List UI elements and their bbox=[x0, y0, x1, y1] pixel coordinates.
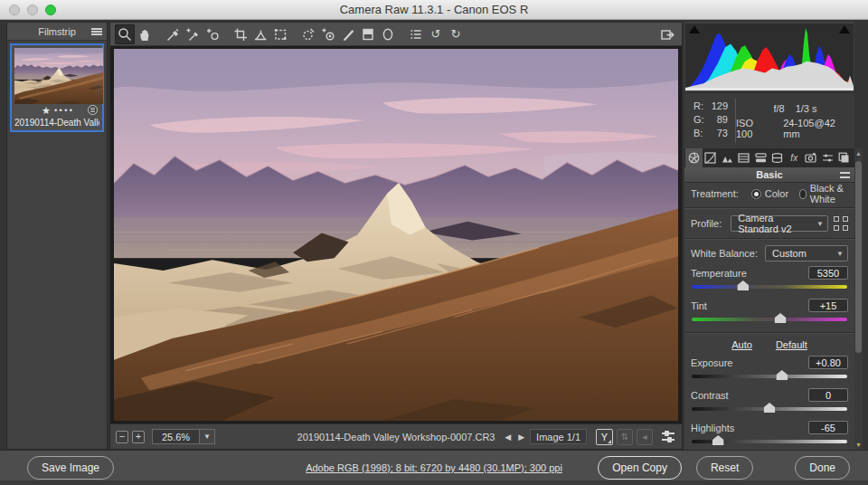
chevron-down-icon[interactable]: ▼ bbox=[199, 429, 215, 444]
iso-value: ISO 100 bbox=[736, 118, 772, 139]
basic-panel-header: Basic bbox=[684, 167, 854, 183]
zoom-in-button[interactable]: + bbox=[132, 431, 145, 443]
adjustment-brush-tool-icon[interactable] bbox=[338, 24, 358, 44]
targeted-adjustment-tool-icon[interactable] bbox=[203, 24, 222, 44]
zoom-window-icon[interactable] bbox=[45, 5, 56, 15]
camera-raw-window: Camera Raw 11.3.1 - Canon EOS R Filmstri… bbox=[0, 0, 868, 485]
white-balance-select[interactable]: Custom▼ bbox=[765, 245, 848, 262]
next-image-button[interactable]: ▶ bbox=[516, 433, 526, 442]
done-button[interactable]: Done bbox=[795, 456, 850, 480]
slider-value-field[interactable]: +15 bbox=[808, 299, 848, 312]
tint-slider: Tint +15 bbox=[684, 297, 854, 329]
zoom-tool-icon[interactable] bbox=[115, 24, 135, 44]
tab-lens-corrections[interactable] bbox=[769, 148, 787, 167]
tab-detail[interactable] bbox=[719, 148, 736, 167]
tab-split-toning[interactable] bbox=[752, 148, 769, 167]
profile-label: Profile: bbox=[691, 218, 722, 229]
profile-select[interactable]: Camera Standard v2▼ bbox=[731, 215, 828, 232]
white-balance-tool-icon[interactable] bbox=[163, 24, 183, 44]
previous-image-button[interactable]: ◀ bbox=[503, 433, 513, 442]
slider-track[interactable] bbox=[692, 440, 847, 443]
rgb-blue-row: B:73 bbox=[693, 127, 728, 140]
slider-track[interactable] bbox=[692, 375, 847, 378]
slider-thumb[interactable] bbox=[712, 435, 724, 445]
highlights-slider: Highlights -65 bbox=[684, 419, 854, 450]
slider-value-field[interactable]: +0.80 bbox=[808, 356, 848, 369]
spot-removal-tool-icon[interactable] bbox=[298, 24, 318, 44]
slider-track[interactable] bbox=[692, 285, 847, 289]
thumbnail-image[interactable] bbox=[14, 48, 103, 104]
image-canvas[interactable] bbox=[110, 46, 682, 423]
straighten-tool-icon[interactable] bbox=[250, 24, 270, 44]
treatment-color-radio[interactable]: Color bbox=[751, 188, 788, 199]
exif-info: f/81/3 s ISO 10024-105@42 mm bbox=[736, 93, 854, 148]
zoom-out-button[interactable]: − bbox=[116, 431, 128, 443]
profile-row: Profile: Camera Standard v2▼ bbox=[684, 212, 854, 235]
hand-tool-icon[interactable] bbox=[135, 24, 155, 44]
slider-value-field[interactable]: 5350 bbox=[808, 266, 848, 280]
radio-off-icon[interactable] bbox=[799, 189, 807, 199]
tab-snapshots[interactable] bbox=[836, 148, 854, 167]
profile-browser-icon[interactable] bbox=[834, 216, 848, 231]
tab-basic[interactable] bbox=[685, 148, 703, 167]
title-bar[interactable]: Camera Raw 11.3.1 - Canon EOS R bbox=[0, 0, 868, 20]
crop-tool-icon[interactable] bbox=[231, 24, 250, 44]
slider-label: Tint bbox=[691, 300, 707, 311]
fullscreen-toggle-icon[interactable] bbox=[657, 24, 677, 44]
radial-filter-tool-icon[interactable] bbox=[378, 24, 398, 44]
treatment-row: Treatment: Color Black & White bbox=[684, 183, 854, 204]
panel-menu-icon[interactable] bbox=[840, 172, 850, 178]
red-eye-tool-icon[interactable] bbox=[318, 24, 338, 44]
color-sampler-tool-icon[interactable] bbox=[183, 24, 203, 44]
scroll-down-icon[interactable]: ▼ bbox=[854, 442, 863, 448]
image-info-area: R:129 G:89 B:73 f/81/3 s ISO 10024-105@4… bbox=[684, 92, 854, 148]
preview-photo[interactable] bbox=[114, 49, 678, 421]
tab-hsl-adjustments[interactable] bbox=[736, 148, 753, 167]
filmstrip-thumbnail[interactable]: ★ • • • • 20190114-Death Valle... bbox=[10, 43, 104, 132]
main-area: ↺ ↻ − + 25.6% ▼ 20190114-Death Valley Wo… bbox=[109, 22, 683, 450]
filmstrip-menu-icon[interactable] bbox=[91, 28, 102, 35]
slider-label: Contrast bbox=[691, 390, 729, 401]
transform-tool-icon[interactable] bbox=[270, 24, 290, 44]
zoom-level-select[interactable]: 25.6% ▼ bbox=[152, 429, 215, 444]
rotate-left-icon[interactable]: ↺ bbox=[426, 24, 446, 44]
scrollbar-thumb[interactable] bbox=[855, 161, 862, 353]
preferences-icon[interactable] bbox=[406, 24, 426, 44]
rgb-green-row: G:89 bbox=[693, 113, 728, 127]
zoom-level-value[interactable]: 25.6% bbox=[152, 429, 199, 444]
before-after-toggle-button[interactable]: Y bbox=[596, 429, 613, 445]
slider-thumb[interactable] bbox=[764, 403, 776, 413]
histogram[interactable] bbox=[685, 24, 854, 90]
slider-thumb[interactable] bbox=[737, 281, 749, 290]
treatment-bw-radio[interactable]: Black & White bbox=[799, 183, 848, 204]
panel-scrollbar[interactable]: ▲ ▼ bbox=[854, 148, 863, 450]
star-icon[interactable]: ★ bbox=[42, 105, 51, 117]
slider-value-field[interactable]: 0 bbox=[808, 388, 848, 402]
minimize-window-icon bbox=[27, 5, 38, 15]
chevron-down-icon: ▼ bbox=[811, 220, 824, 228]
tab-tone-curve[interactable] bbox=[703, 148, 720, 167]
default-link[interactable]: Default bbox=[776, 339, 807, 350]
slider-thumb[interactable] bbox=[775, 313, 787, 323]
tab-presets[interactable] bbox=[819, 148, 836, 167]
auto-link[interactable]: Auto bbox=[731, 339, 752, 350]
rating-row[interactable]: ★ • • • • bbox=[14, 104, 99, 117]
preview-settings-icon[interactable] bbox=[660, 429, 676, 445]
white-balance-row: White Balance: Custom▼ bbox=[684, 242, 854, 264]
open-copy-button[interactable]: Open Copy bbox=[598, 456, 682, 480]
scroll-up-icon[interactable]: ▲ bbox=[854, 150, 863, 157]
slider-track[interactable] bbox=[692, 318, 847, 321]
tab-camera-calibration[interactable] bbox=[803, 148, 820, 167]
tab-effects[interactable]: fx bbox=[786, 148, 803, 167]
star-dots[interactable]: • • • • bbox=[54, 106, 72, 115]
graduated-filter-tool-icon[interactable] bbox=[358, 24, 378, 44]
rotate-right-icon[interactable]: ↻ bbox=[446, 24, 466, 44]
thumbnail-caption: 20190114-Death Valle... bbox=[14, 117, 99, 129]
slider-track[interactable] bbox=[692, 407, 847, 411]
radio-on-icon[interactable] bbox=[751, 189, 761, 199]
slider-value-field[interactable]: -65 bbox=[808, 421, 848, 434]
slider-thumb[interactable] bbox=[776, 370, 788, 380]
panel-tabs: fx bbox=[684, 148, 854, 167]
reset-button[interactable]: Reset bbox=[696, 456, 753, 480]
temperature-slider: Temperature 5350 bbox=[684, 264, 854, 297]
